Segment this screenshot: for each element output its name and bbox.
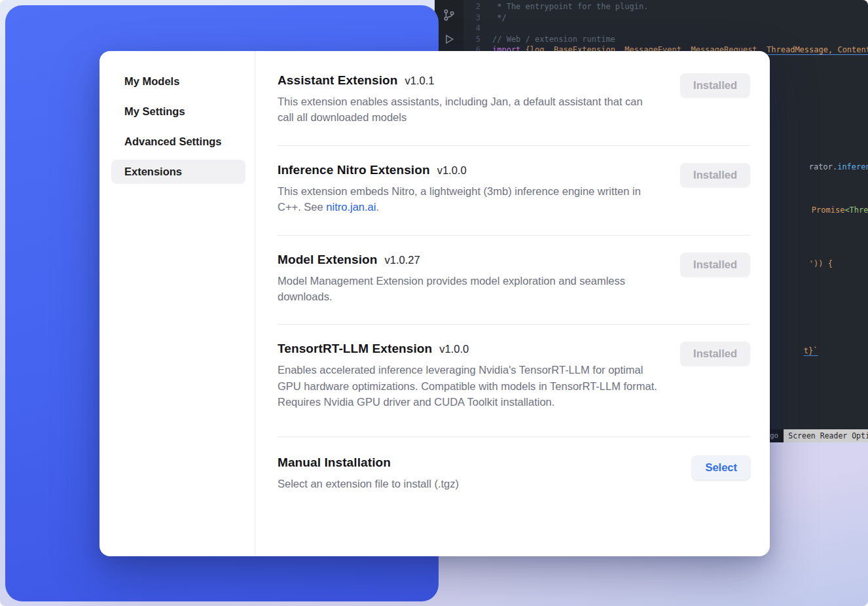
code-line: 2 * The entrypoint for the plugin. xyxy=(463,1,868,12)
extension-info: Manual Installation Select an extension … xyxy=(278,455,459,491)
code-line: 5 // Web / extension runtime xyxy=(463,34,868,45)
extension-title-line: TensortRT-LLM Extensionv1.0.0 xyxy=(278,342,659,356)
sidebar-item-advanced-settings[interactable]: Advanced Settings xyxy=(111,130,245,154)
extension-description: This extension embeds Nitro, a lightweig… xyxy=(278,183,659,215)
sidebar-item-my-models[interactable]: My Models xyxy=(111,69,245,94)
line-number: 3 xyxy=(463,12,480,24)
installed-button[interactable]: Installed xyxy=(680,342,750,366)
line-number: 4 xyxy=(463,23,480,34)
extension-version: v1.0.27 xyxy=(384,254,420,266)
code-fragment: ')) { xyxy=(771,247,833,280)
installed-button[interactable]: Installed xyxy=(680,73,750,98)
extension-title-line: Inference Nitro Extensionv1.0.0 xyxy=(278,163,659,177)
extension-version: v1.0.1 xyxy=(405,75,435,86)
extension-description: Model Management Extension provides mode… xyxy=(278,273,659,305)
manual-installation-row: Manual Installation Select an extension … xyxy=(278,437,750,508)
extension-row-model: Model Extensionv1.0.27 Model Management … xyxy=(278,235,750,325)
extension-name: TensortRT-LLM Extension xyxy=(278,342,432,355)
extension-name: Model Extension xyxy=(278,253,377,266)
code-fragment: rator.inference(data)); xyxy=(771,151,868,183)
extension-version: v1.0.0 xyxy=(437,164,467,176)
extension-info: Assistant Extensionv1.0.1 This extension… xyxy=(278,73,659,126)
line-number: 5 xyxy=(463,34,480,45)
source-control-icon[interactable] xyxy=(442,8,456,22)
manual-installation-title: Manual Installation xyxy=(278,455,391,469)
code-line: 4 xyxy=(463,23,868,34)
run-debug-icon[interactable] xyxy=(443,33,456,46)
extension-info: TensortRT-LLM Extensionv1.0.0 Enables ac… xyxy=(278,342,659,410)
extension-description: This extension enables assistants, inclu… xyxy=(278,94,659,126)
code-fragment: Promise<ThreadMessage> xyxy=(774,194,868,226)
extension-name: Inference Nitro Extension xyxy=(278,163,430,177)
extension-description: Enables accelerated inference leveraging… xyxy=(278,362,659,410)
extension-name: Assistant Extension xyxy=(278,73,398,87)
code-text: // Web / extension runtime xyxy=(492,34,615,45)
extension-info: Model Extensionv1.0.27 Model Management … xyxy=(278,253,659,305)
code-text: */ xyxy=(492,12,507,24)
nitro-jan-ai-link[interactable]: nitro.jan.ai xyxy=(326,201,376,213)
extension-title-line: Model Extensionv1.0.27 xyxy=(278,253,659,267)
installed-button[interactable]: Installed xyxy=(680,253,750,277)
sidebar-item-my-settings[interactable]: My Settings xyxy=(111,99,245,124)
sidebar-item-extensions[interactable]: Extensions xyxy=(111,160,245,184)
extension-version: v1.0.0 xyxy=(439,343,469,355)
description-text: . xyxy=(376,201,379,213)
code-line: 3 */ xyxy=(463,12,868,24)
settings-sidebar: My Models My Settings Advanced Settings … xyxy=(99,51,255,556)
installed-button[interactable]: Installed xyxy=(680,163,750,187)
select-file-button[interactable]: Select xyxy=(692,455,750,480)
screen-reader-chip[interactable]: Screen Reader Optimize xyxy=(784,429,868,442)
extension-row-assistant: Assistant Extensionv1.0.1 This extension… xyxy=(278,51,750,145)
extensions-panel: Assistant Extensionv1.0.1 This extension… xyxy=(255,51,770,556)
desktop-background: 2 * The entrypoint for the plugin. 3 */ … xyxy=(0,0,868,606)
extension-title-line: Manual Installation xyxy=(278,455,459,470)
status-text: go xyxy=(770,431,778,442)
settings-modal: My Models My Settings Advanced Settings … xyxy=(99,51,770,556)
extension-info: Inference Nitro Extensionv1.0.0 This ext… xyxy=(278,163,659,215)
code-fragment: t}` xyxy=(766,334,818,367)
manual-installation-description: Select an extension file to install (.tg… xyxy=(278,476,459,491)
line-number: 2 xyxy=(463,1,480,12)
extension-row-nitro: Inference Nitro Extensionv1.0.0 This ext… xyxy=(278,145,750,235)
extension-title-line: Assistant Extensionv1.0.1 xyxy=(278,73,659,88)
code-text: * The entrypoint for the plugin. xyxy=(492,1,648,12)
extension-row-tensorrt: TensortRT-LLM Extensionv1.0.0 Enables ac… xyxy=(278,324,750,436)
